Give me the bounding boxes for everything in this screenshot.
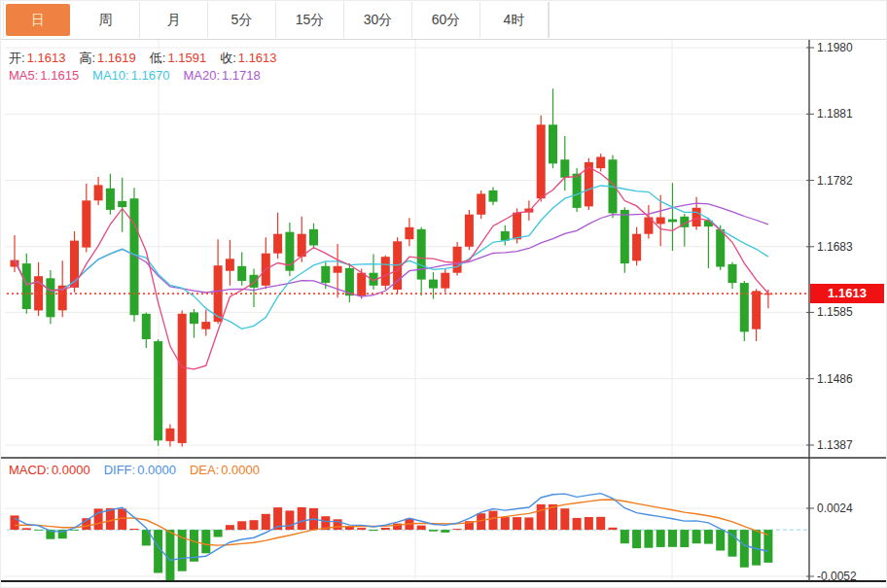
timeframe-tab-7[interactable]: 4时	[480, 2, 549, 38]
price-axis-label: 1.1683	[817, 240, 853, 254]
ma20-line	[15, 203, 768, 296]
price-axis-label: 1.1881	[817, 107, 853, 121]
timeframe-tab-4[interactable]: 15分	[276, 2, 344, 38]
ma20-readout: MA20:1.1718	[183, 68, 262, 83]
macd-info-row: MACD:0.0000DIFF:0.0000DEA:0.0000	[9, 463, 273, 477]
macd-readout: MACD:0.0000	[9, 463, 92, 477]
price-axis-label: 1.1585	[817, 305, 853, 319]
timeframe-tab-5[interactable]: 30分	[344, 2, 412, 38]
timeframe-tab-1[interactable]: 周	[72, 2, 140, 38]
timeframe-tab-6[interactable]: 60分	[412, 2, 480, 38]
low-readout: 低:1.1591	[150, 51, 208, 65]
diff-line	[15, 494, 768, 561]
ma10-readout: MA10:1.1670	[92, 68, 171, 83]
timeframe-tab-3[interactable]: 5分	[208, 2, 276, 38]
candlestick-series	[11, 88, 773, 446]
macd-axis-label: 0.0024	[817, 502, 853, 515]
ohlc-info-row: 开:1.1613高:1.1619低:1.1591收:1.1613	[9, 50, 291, 67]
timeframe-tab-0[interactable]: 日	[6, 4, 70, 36]
grid	[5, 39, 808, 580]
dea-line	[15, 500, 768, 545]
price-axis-label: 1.1387	[817, 438, 853, 452]
open-readout: 开:1.1613	[9, 51, 67, 65]
chart-app: 日周月5分15分30分60分4时 开:1.1613高:1.1619低:1.159…	[0, 0, 887, 588]
price-axis-label: 1.1782	[817, 174, 853, 188]
price-axis-label: 1.1486	[817, 372, 853, 386]
close-readout: 收:1.1613	[220, 51, 278, 65]
last-price-badge: 1.1613	[810, 284, 884, 303]
high-readout: 高:1.1619	[79, 51, 137, 65]
price-axis-label: 1.1980	[817, 41, 853, 54]
timeframe-tab-2[interactable]: 月	[140, 2, 208, 38]
ma5-readout: MA5:1.1615	[9, 68, 81, 83]
ma10-line	[15, 186, 768, 329]
timeframe-bar: 日周月5分15分30分60分4时	[1, 1, 887, 40]
timeframe-tabstrip: 日周月5分15分30分60分4时	[3, 2, 550, 38]
macd-axis-label: -0.0052	[817, 570, 857, 583]
ma-info-row: MA5:1.1615MA10:1.1670MA20:1.1718	[9, 68, 274, 83]
dea-readout: DEA:0.0000	[190, 463, 262, 477]
diff-readout: DIFF:0.0000	[104, 463, 178, 477]
chart-canvas	[1, 1, 887, 588]
